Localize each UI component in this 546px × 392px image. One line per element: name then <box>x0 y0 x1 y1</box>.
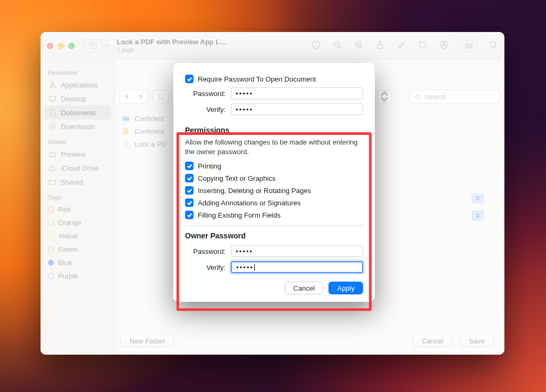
perm-annotations-checkbox[interactable] <box>185 198 194 207</box>
perm-label: Copying Text or Graphics <box>198 174 276 182</box>
permissions-subtext: Allow the following changes to be made w… <box>185 138 363 156</box>
verify-label: Verify: <box>185 263 226 271</box>
text-cursor <box>254 264 255 271</box>
dialog-cancel-button[interactable]: Cancel <box>285 282 323 294</box>
permissions-header: Permissions <box>185 126 363 134</box>
password-label: Password: <box>185 90 226 98</box>
perm-label: Printing <box>198 162 221 170</box>
open-password-field[interactable]: ••••• <box>231 87 363 99</box>
perm-formfields-checkbox[interactable] <box>185 211 194 219</box>
perm-label: Inserting, Deleting or Rotating Pages <box>198 187 311 195</box>
divider <box>185 226 363 226</box>
perm-printing-checkbox[interactable] <box>185 162 194 170</box>
open-verify-field[interactable]: ••••• <box>231 103 363 115</box>
perm-label: Adding Annotations or Signatures <box>198 199 301 207</box>
perm-label: Filling Existing Form Fields <box>198 211 280 219</box>
owner-password-field[interactable]: ••••• <box>231 245 363 257</box>
perm-copying-checkbox[interactable] <box>185 174 194 182</box>
pdf-security-dialog: Require Password To Open Document Passwo… <box>173 63 375 302</box>
verify-label: Verify: <box>185 106 226 114</box>
require-password-checkbox[interactable] <box>185 75 194 83</box>
require-password-label: Require Password To Open Document <box>198 75 316 83</box>
dialog-apply-button[interactable]: Apply <box>328 282 363 294</box>
password-label: Password: <box>185 247 226 255</box>
owner-verify-field[interactable]: ••••• <box>231 261 363 273</box>
perm-pages-checkbox[interactable] <box>185 186 194 195</box>
owner-password-header: Owner Password <box>185 231 363 240</box>
permissions-list: Printing Copying Text or Graphics Insert… <box>185 162 363 219</box>
